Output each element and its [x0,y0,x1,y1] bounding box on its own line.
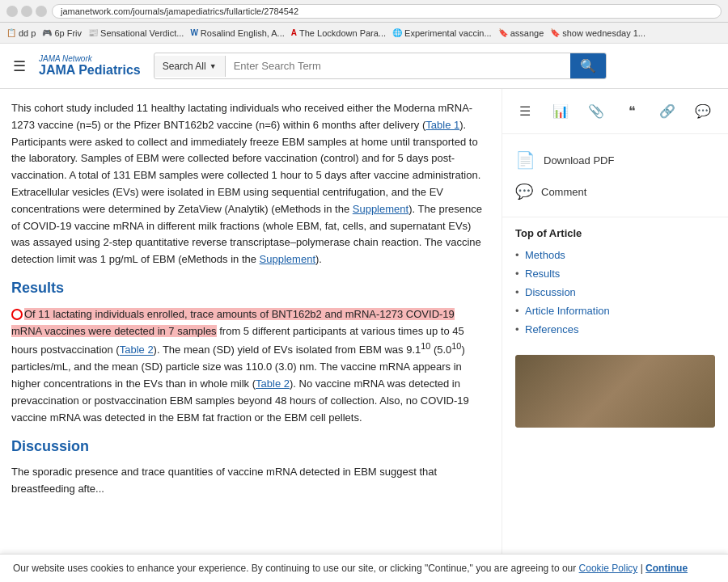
bookmark-label: show wednesday 1... [562,28,645,38]
bookmark-icon: 📰 [88,28,98,37]
search-all-label: Search All [163,61,206,72]
download-pdf-label: Download PDF [544,154,614,167]
bookmark-friv[interactable]: 🎮 6p Friv [42,28,82,38]
cookie-text: Our website uses cookies to enhance your… [13,563,579,574]
article-content: This cohort study included 11 healthy la… [0,89,502,582]
toolbar-icons: ☰ 📊 📎 ❝ 🔗 💬 [502,89,728,134]
comment-button[interactable]: 💬 Comment [515,176,715,207]
superscript2: 10 [451,341,461,351]
toc-item-references[interactable]: References [515,320,715,339]
search-icon: 🔍 [580,59,596,73]
pdf-icon: 📄 [515,150,535,170]
pediatrics-label: JAMA Pediatrics [39,63,141,78]
bookmark-label: dd p [19,28,36,38]
bookmark-icon: 🌐 [392,28,402,37]
bookmark-icon: A [291,28,297,37]
bookmark-icon: 🔖 [550,28,560,37]
bookmark-label: Rosalind English, A... [201,28,285,38]
bookmark-label: Sensational Verdict... [100,28,184,38]
reload-button[interactable] [36,6,47,17]
cookie-continue-link[interactable]: Continue [645,563,688,574]
bookmark-label: Experimental vaccin... [404,28,492,38]
search-container: Search All ▼ 🔍 [154,53,607,79]
cookie-separator: | [637,563,645,574]
download-pdf-button[interactable]: 📄 Download PDF [515,144,715,176]
cookie-banner: Our website uses cookies to enhance your… [0,554,728,582]
toc-item-discussion[interactable]: Discussion [515,283,715,302]
discussion-paragraph: The sporadic presence and trace quantiti… [11,464,485,498]
bookmark-icon: W [190,28,197,37]
bookmark-icon: 📋 [6,28,16,37]
search-dropdown[interactable]: Search All ▼ [154,56,226,77]
toc-title: Top of Article [515,227,715,239]
toc-item-methods[interactable]: Methods [515,246,715,264]
toc-section: Top of Article Methods Results Discussio… [502,217,728,348]
video-thumbnail[interactable] [515,355,715,428]
bookmark-label: 6p Friv [54,28,82,38]
highlight-marker [11,309,23,320]
right-sidebar: ☰ 📊 📎 ❝ 🔗 💬 📄 Download PDF 💬 Comment Top… [502,89,728,582]
table2b-link[interactable]: Table 2 [256,377,290,390]
search-input[interactable] [226,55,570,77]
results-heading: Results [11,276,485,300]
back-button[interactable] [6,6,18,17]
cookie-policy-link[interactable]: Cookie Policy [579,563,638,574]
chat-tool-icon[interactable]: 💬 [687,95,719,128]
quote-tool-icon[interactable]: ❝ [616,95,648,128]
clip-tool-icon[interactable]: 📎 [580,95,612,128]
supplement2-link[interactable]: Supplement [260,253,315,265]
forward-button[interactable] [21,6,32,17]
hamburger-menu[interactable]: ☰ [13,57,26,75]
main-layout: This cohort study included 11 healthy la… [0,89,728,582]
bookmark-icon: 🎮 [42,28,52,37]
bookmark-rosalind[interactable]: W Rosalind English, A... [190,28,284,38]
superscript1: 10 [421,341,430,351]
bookmark-experimental[interactable]: 🌐 Experimental vaccin... [392,28,492,38]
jama-header: ☰ JAMA Network JAMA Pediatrics Search Al… [0,44,728,89]
bookmark-dd[interactable]: 📋 dd p [6,28,36,38]
browser-bar: jamanetwork.com/journals/jamapediatrics/… [0,0,728,23]
search-button[interactable]: 🔍 [570,53,606,78]
bookmark-lockdown[interactable]: A The Lockdown Para... [291,28,386,38]
chart-tool-icon[interactable]: 📊 [544,95,577,128]
bookmark-show[interactable]: 🔖 show wednesday 1... [550,28,645,38]
bookmark-label: assange [510,28,544,38]
address-bar[interactable]: jamanetwork.com/journals/jamapediatrics/… [52,4,722,19]
toc-item-results[interactable]: Results [515,264,715,283]
bookmark-icon: 🔖 [498,28,508,37]
jama-logo[interactable]: JAMA Network JAMA Pediatrics [39,54,141,78]
intro-paragraph: This cohort study included 11 healthy la… [11,100,485,268]
menu-tool-icon[interactable]: ☰ [509,95,541,128]
results-paragraph: Of 11 lactating individuals enrolled, tr… [11,306,485,427]
toc-list: Methods Results Discussion Article Infor… [515,246,715,339]
toc-item-article-info[interactable]: Article Information [515,302,715,320]
chevron-down-icon: ▼ [210,62,217,70]
comment-label: Comment [541,186,586,198]
supplement-link[interactable]: Supplement [353,203,408,215]
bookmark-assange[interactable]: 🔖 assange [498,28,544,38]
table1-link[interactable]: Table 1 [425,119,459,131]
link-tool-icon[interactable]: 🔗 [651,95,684,128]
table2-link[interactable]: Table 2 [120,344,154,356]
discussion-heading: Discussion [11,435,485,458]
browser-controls [6,6,47,17]
video-overlay [515,355,715,428]
speech-icon: 💬 [515,183,533,200]
sidebar-actions: 📄 Download PDF 💬 Comment [502,134,728,217]
bookmarks-bar: 📋 dd p 🎮 6p Friv 📰 Sensational Verdict..… [0,23,728,44]
bookmark-sensational[interactable]: 📰 Sensational Verdict... [88,28,184,38]
network-label: JAMA Network [39,54,141,63]
bookmark-label: The Lockdown Para... [299,28,386,38]
